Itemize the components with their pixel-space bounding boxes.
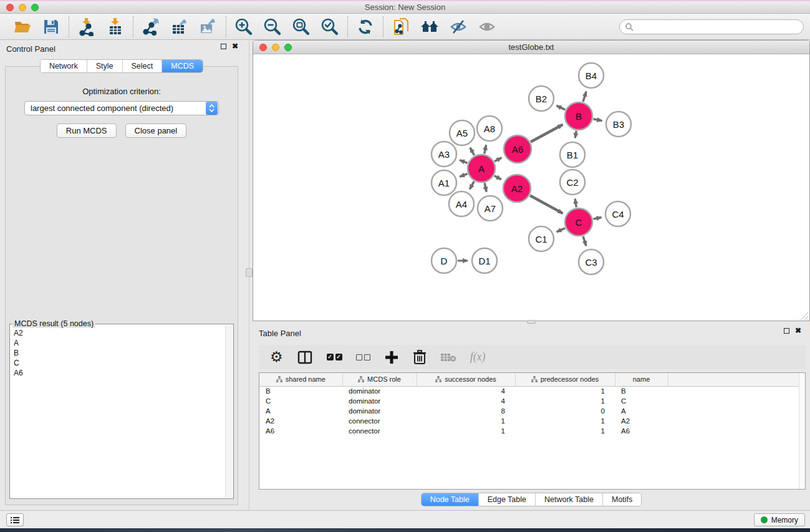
cell-name[interactable]: A — [615, 406, 668, 416]
cell-predecessor-nodes[interactable]: 1 — [515, 416, 615, 426]
network-canvas[interactable]: AA1A2A3A4A5A6A7A8BB1B2B3B4CC1C2C3C4DD1 — [253, 54, 809, 321]
cell-predecessor-nodes[interactable]: 1 — [515, 426, 615, 436]
cell-shared-name[interactable]: C — [259, 396, 342, 406]
cell-name[interactable]: A6 — [615, 426, 668, 436]
graph-node-A[interactable]: A — [468, 155, 495, 182]
horizontal-split-handle[interactable] — [527, 320, 536, 324]
cell-MCDS-role[interactable]: connector — [342, 416, 417, 426]
cell-shared-name[interactable]: A2 — [259, 416, 342, 426]
cell-shared-name[interactable]: A6 — [259, 426, 342, 436]
table-row[interactable]: Cdominator41C — [259, 396, 799, 406]
mcds-result-item[interactable]: A — [14, 338, 233, 348]
graph-node-B1[interactable]: B1 — [560, 142, 585, 167]
column-header-name[interactable]: name — [615, 373, 668, 386]
select-all-icon[interactable]: ✓✓ — [327, 354, 342, 360]
graph-edge-A-A8[interactable] — [485, 145, 486, 153]
graph-edge-A-A2[interactable] — [494, 176, 501, 180]
tab-network[interactable]: Network — [41, 60, 87, 72]
tab-style[interactable]: Style — [87, 60, 123, 72]
hide-graphics-icon[interactable] — [448, 17, 468, 37]
delete-table-icon[interactable] — [440, 352, 456, 363]
cell-shared-name[interactable]: A — [259, 406, 342, 416]
deselect-all-icon[interactable] — [356, 354, 370, 360]
export-table-icon[interactable] — [170, 17, 190, 37]
graph-edge-C-C2[interactable] — [575, 199, 576, 208]
graph-edge-C-C4[interactable] — [594, 217, 602, 219]
delete-icon[interactable] — [413, 350, 427, 365]
add-column-icon[interactable] — [384, 350, 399, 365]
graph-edge-A2-C[interactable] — [530, 195, 562, 213]
search-text-field[interactable] — [634, 22, 798, 31]
settings-gear-icon[interactable]: ⚙ — [270, 350, 283, 364]
column-header-shared-name[interactable]: shared name — [259, 373, 342, 386]
graph-node-D1[interactable]: D1 — [472, 248, 497, 273]
zoom-out-icon[interactable] — [263, 17, 282, 37]
column-header-successor-nodes[interactable]: successor nodes — [417, 373, 515, 386]
zoom-in-icon[interactable] — [234, 17, 254, 37]
table-row[interactable]: Bdominator41B — [259, 386, 799, 396]
import-table-icon[interactable] — [105, 17, 125, 37]
graph-node-B3[interactable]: B3 — [606, 112, 631, 137]
cell-MCDS-role[interactable]: dominator — [342, 386, 417, 396]
cell-name[interactable]: C — [615, 396, 668, 406]
mcds-result-item[interactable]: B — [14, 348, 233, 358]
graph-edge-B-B2[interactable] — [556, 105, 565, 109]
vertical-split-handle[interactable] — [246, 268, 253, 277]
cell-name[interactable]: B — [615, 386, 668, 396]
close-panel-icon[interactable]: ✖ — [232, 44, 238, 49]
graph-node-C2[interactable]: C2 — [560, 170, 585, 195]
column-header-predecessor-nodes[interactable]: predecessor nodes — [515, 373, 615, 386]
zoom-selected-icon[interactable] — [320, 17, 340, 37]
graph-node-A4[interactable]: A4 — [449, 191, 474, 216]
function-builder-icon[interactable]: f(x) — [470, 351, 486, 364]
graph-node-A3[interactable]: A3 — [432, 142, 456, 167]
mcds-scrollbar[interactable] — [225, 325, 233, 498]
export-network-icon[interactable] — [141, 17, 161, 37]
refresh-icon[interactable] — [355, 17, 375, 37]
memory-button[interactable]: Memory — [754, 513, 805, 526]
cell-successor-nodes[interactable]: 1 — [417, 426, 515, 436]
graph-node-A5[interactable]: A5 — [450, 120, 475, 145]
cell-successor-nodes[interactable]: 4 — [417, 386, 515, 396]
import-network-icon[interactable] — [77, 17, 97, 37]
graph-edge-A-A1[interactable] — [460, 174, 467, 177]
cell-name[interactable]: A2 — [615, 416, 668, 426]
cell-successor-nodes[interactable]: 8 — [417, 406, 515, 416]
close-table-panel-icon[interactable]: ✖ — [795, 328, 801, 334]
run-mcds-button[interactable]: Run MCDS — [57, 123, 117, 138]
graph-edge-A-A3[interactable] — [460, 160, 467, 163]
graph-node-B[interactable]: B — [565, 102, 592, 130]
graph-node-B2[interactable]: B2 — [529, 86, 554, 111]
cell-successor-nodes[interactable]: 4 — [417, 396, 515, 406]
task-history-button[interactable] — [6, 513, 24, 526]
cell-predecessor-nodes[interactable]: 0 — [515, 406, 615, 416]
table-row[interactable]: A2connector11A2 — [259, 416, 799, 426]
graph-node-C3[interactable]: C3 — [579, 249, 604, 274]
tab-motifs[interactable]: Motifs — [603, 493, 641, 506]
graph-node-C4[interactable]: C4 — [605, 201, 630, 226]
cell-predecessor-nodes[interactable]: 1 — [515, 386, 615, 396]
float-panel-icon[interactable] — [221, 44, 226, 49]
graph-node-B4[interactable]: B4 — [579, 63, 604, 88]
graph-edge-C-C3[interactable] — [583, 236, 586, 246]
graph-edge-B-B1[interactable] — [575, 131, 576, 138]
cell-shared-name[interactable]: B — [259, 386, 342, 396]
tab-network-table[interactable]: Network Table — [536, 493, 603, 506]
tab-edge-table[interactable]: Edge Table — [479, 493, 536, 506]
zoom-fit-icon[interactable] — [291, 17, 311, 37]
search-input[interactable] — [619, 19, 804, 34]
cell-MCDS-role[interactable]: dominator — [342, 396, 417, 406]
open-session-icon[interactable] — [12, 17, 32, 37]
show-graphics-icon[interactable] — [477, 17, 497, 37]
graph-edge-A-A6[interactable] — [494, 158, 501, 162]
tab-mcds[interactable]: MCDS — [162, 60, 203, 72]
graph-node-A2[interactable]: A2 — [503, 175, 531, 202]
graph-edge-A-A5[interactable] — [470, 148, 475, 155]
graph-node-D[interactable]: D — [432, 248, 456, 273]
mcds-result-item[interactable]: C — [14, 358, 233, 368]
column-header-MCDS-role[interactable]: MCDS role — [342, 373, 417, 386]
network-graph[interactable]: AA1A2A3A4A5A6A7A8BB1B2B3B4CC1C2C3C4DD1 — [253, 54, 809, 321]
save-session-icon[interactable] — [41, 17, 61, 37]
close-panel-button[interactable]: Close panel — [125, 123, 187, 138]
graph-node-C1[interactable]: C1 — [529, 226, 554, 251]
